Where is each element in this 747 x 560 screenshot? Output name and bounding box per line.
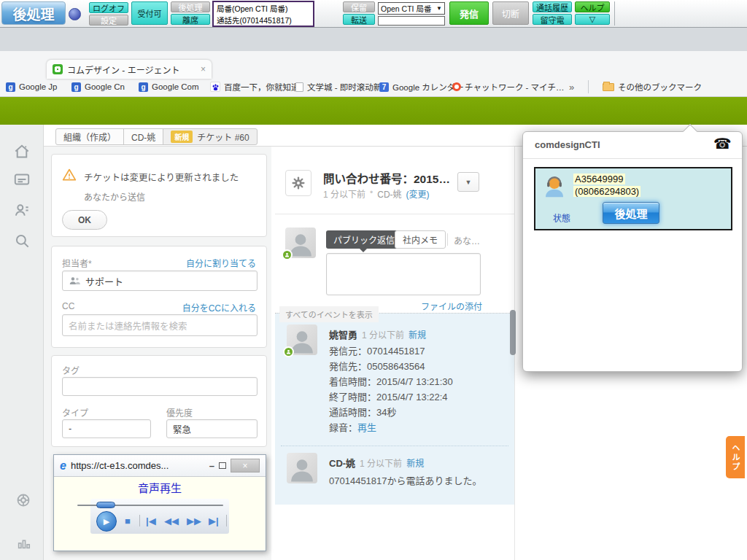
ok-button[interactable]: OK <box>62 210 107 230</box>
customers-icon[interactable] <box>12 201 31 222</box>
bookmark-google-jp[interactable]: g Google Jp <box>6 77 57 96</box>
window-minimize-button[interactable]: – <box>209 460 214 471</box>
cti-popup-title: comdesignCTI <box>535 139 600 150</box>
cti-hold-button[interactable]: 保留 <box>343 1 375 12</box>
cti-voicemail-button[interactable]: 留守電 <box>533 14 572 25</box>
zendesk-favicon <box>53 64 63 74</box>
status-link[interactable]: 状態 <box>553 211 570 224</box>
scrollbar-thumb[interactable] <box>510 310 516 355</box>
caller-id: A35649999 <box>573 174 625 184</box>
event-status-link[interactable]: 新規 <box>409 328 426 341</box>
bookmark-label: 文学城 - 即时滚动新... <box>307 81 389 93</box>
views-icon[interactable] <box>12 170 31 192</box>
bookmark-google-com[interactable]: g Google Com <box>139 77 199 96</box>
telephone-icon: ☎ <box>713 135 732 152</box>
cti-settings-button[interactable]: 設定 <box>89 15 128 26</box>
tab-more-truncated[interactable]: あな… <box>454 234 480 246</box>
calendar-icon: 7 <box>379 82 389 92</box>
bookmark-wenxuecity[interactable]: 文学城 - 即时滚动新... <box>295 77 389 96</box>
ticket-settings-button[interactable] <box>285 170 311 196</box>
cc-me-link[interactable]: 自分をCCに入れる <box>182 301 256 314</box>
operator-avatar-icon <box>541 174 568 203</box>
browser-tab-strip: 智勇 – × コムデザイン - エージェント × Gyazo - 804e5e7… <box>0 28 747 51</box>
search-icon[interactable] <box>12 231 31 253</box>
play-button[interactable]: ▶ <box>96 511 117 532</box>
cti-popup: comdesignCTI ☎ A35649999 (08066294803) 状… <box>522 131 743 372</box>
cti-dial-input[interactable] <box>378 16 445 26</box>
help-feedback-tab[interactable]: ヘルプ <box>726 436 745 478</box>
type-field[interactable]: - <box>62 419 151 438</box>
bookmark-google-cn[interactable]: g Google Cn <box>71 77 125 96</box>
cti-transfer-button[interactable]: 転送 <box>343 14 375 25</box>
stats-icon[interactable] <box>16 534 32 555</box>
cti-app-icon <box>69 8 81 20</box>
cti-aftercall-button[interactable]: 後処理 <box>171 1 210 12</box>
cti-extension-select[interactable]: Open CTI 局番 ▼ <box>378 2 445 15</box>
caret-down-icon: ▼ <box>436 5 442 12</box>
event-status-link[interactable]: 新規 <box>406 456 424 469</box>
cti-dial-button[interactable]: 発信 <box>449 1 489 25</box>
breadcrumb-organization[interactable]: 組織（作成） <box>55 128 124 145</box>
priority-field[interactable]: 緊急 <box>166 419 258 438</box>
tab-public-reply[interactable]: パブリック返信 <box>326 230 402 249</box>
seek-slider-handle[interactable] <box>96 502 115 508</box>
skip-start-button[interactable]: |◀ <box>146 516 156 526</box>
call-details: 発信元：07014451817 発信先：05058643564 着信時間：201… <box>329 343 453 435</box>
reply-textarea[interactable] <box>326 253 481 295</box>
help-ring-icon[interactable] <box>15 491 32 512</box>
person-icon <box>287 453 317 483</box>
bookmark-chatwork[interactable]: チャットワーク - マイチ… <box>452 77 565 96</box>
fast-forward-button[interactable]: ▶▶ <box>187 516 201 526</box>
aftercall-action-button[interactable]: 後処理 <box>603 202 659 224</box>
group-icon <box>69 276 81 285</box>
rewind-button[interactable]: ◀◀ <box>164 516 179 526</box>
ticket-title-dropdown[interactable]: ▼ <box>457 172 479 192</box>
show-all-events-chip[interactable]: すべてのイベントを表示 <box>279 306 379 322</box>
event-time: 1 分以下前 <box>362 328 404 341</box>
event-author: 姚智勇 <box>329 327 357 341</box>
cti-state-button[interactable]: 後処理 <box>1 1 66 25</box>
divider <box>226 515 227 526</box>
bookmark-baidu[interactable]: 百度一下，你就知道 <box>210 77 300 96</box>
window-close-button[interactable]: × <box>231 459 260 472</box>
ticket-number-label: チケット #60 <box>197 131 249 143</box>
cti-disconnect-button[interactable]: 切断 <box>492 1 529 25</box>
home-icon[interactable] <box>12 142 31 164</box>
cc-field[interactable]: 名前または連絡先情報を検索 <box>62 314 258 336</box>
cti-history-button[interactable]: 通話履歴 <box>533 1 572 12</box>
breadcrumb-requester[interactable]: CD-姚 <box>123 128 163 145</box>
browser-tab-active[interactable]: コムデザイン - エージェント × <box>47 60 212 79</box>
tags-field[interactable] <box>62 377 258 396</box>
cti-away-button[interactable]: 離席 <box>171 14 210 25</box>
cti-destination-line: 通話先(07014451817) <box>217 15 310 26</box>
bookmark-google-calendar[interactable]: 7 Google カレンダー <box>379 77 464 96</box>
tab-internal-note[interactable]: 社内メモ <box>395 230 446 249</box>
assign-to-me-link[interactable]: 自分に割り当てる <box>186 257 256 269</box>
cti-more-button[interactable]: ▽ <box>575 14 610 25</box>
skip-end-button[interactable]: ▶| <box>209 516 219 526</box>
divider <box>275 214 514 214</box>
other-bookmarks-label: その他のブックマーク <box>618 81 702 93</box>
divider <box>281 446 508 446</box>
cti-help-button[interactable]: ヘルプ <box>575 1 610 12</box>
other-bookmarks[interactable]: その他のブックマーク <box>603 77 702 96</box>
assignee-field[interactable]: サポート <box>62 271 258 291</box>
change-link[interactable]: (変更) <box>406 187 430 200</box>
tab-close-icon[interactable]: × <box>201 64 206 74</box>
bookmarks-overflow-chevron[interactable]: » <box>569 77 574 96</box>
cti-available-button[interactable]: 受付可 <box>131 1 168 25</box>
attach-file-link[interactable]: ファイルの添付 <box>421 300 482 314</box>
internet-explorer-icon: e <box>60 459 66 472</box>
breadcrumb-ticket[interactable]: 新規 チケット #60 <box>163 128 257 145</box>
cti-toolbar: 後処理 ログオフ 設定 受付可 後処理 離席 局番(Open CTI 局番) 通… <box>0 0 747 28</box>
window-maximize-button[interactable] <box>219 462 226 469</box>
play-recording-link[interactable]: 再生 <box>357 422 376 433</box>
google-icon: g <box>71 82 81 92</box>
gear-icon <box>292 176 305 190</box>
audio-player-titlebar[interactable]: e https://ct-e1s.comdes... – × <box>54 455 266 476</box>
divider <box>523 158 742 159</box>
recording-label: 録音： <box>329 422 357 433</box>
stop-button[interactable]: ■ <box>125 516 131 526</box>
baidu-paw-icon <box>210 82 220 92</box>
cti-logoff-button[interactable]: ログオフ <box>89 2 128 13</box>
